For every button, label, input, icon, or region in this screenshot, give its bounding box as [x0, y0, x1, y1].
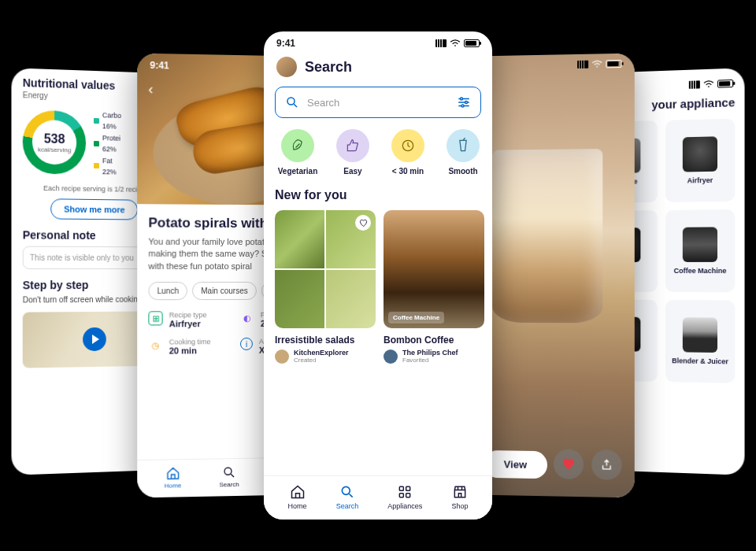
tab-search[interactable]: Search — [336, 484, 359, 510]
chip-smoothie[interactable]: Smooth — [440, 129, 486, 176]
screen-toggle-label: Don't turn off screen while cooking — [23, 295, 143, 305]
battery-icon — [717, 80, 733, 88]
tab-appliances[interactable]: Appliances — [387, 484, 422, 510]
svg-rect-12 — [406, 486, 410, 490]
chip-vegetarian[interactable]: Vegetarian — [275, 129, 321, 176]
coffee-image: Coffee Machine — [384, 210, 484, 328]
leaf-icon — [290, 138, 306, 153]
coffee-machine-icon — [683, 227, 717, 262]
latte-glass-image — [492, 149, 602, 323]
author-avatar — [275, 349, 289, 364]
show-more-button[interactable]: Show me more — [50, 199, 138, 220]
search-input[interactable]: Search — [275, 87, 481, 118]
tab-home[interactable]: Home — [288, 484, 307, 510]
calorie-donut-chart: 538 kcal/serving — [23, 110, 86, 175]
appliance-badge: Coffee Machine — [388, 312, 444, 324]
search-screen: 9:41 Search Search Vegetarian Easy < 30 … — [264, 31, 492, 520]
appliance-blender[interactable]: Blender & Juicer — [665, 300, 735, 383]
search-placeholder: Search — [307, 97, 449, 109]
appliance-airfryer[interactable]: Airfryer — [665, 118, 735, 202]
tab-shop[interactable]: Shop — [451, 484, 468, 510]
card-title: Bombon Coffee — [384, 335, 484, 346]
tag-lunch[interactable]: Lunch — [148, 282, 187, 300]
tab-bar: Home Search Appliances Shop — [264, 475, 492, 520]
kcal-unit: kcal/serving — [38, 146, 71, 153]
user-avatar[interactable] — [276, 57, 297, 77]
tag-main[interactable]: Main courses — [192, 282, 256, 300]
svg-rect-13 — [400, 494, 404, 497]
signal-icon — [435, 39, 447, 47]
svg-rect-14 — [406, 494, 410, 497]
blender-icon — [683, 317, 717, 353]
filter-icon[interactable] — [457, 95, 471, 109]
signal-icon — [577, 61, 588, 68]
section-heading: New for you — [264, 188, 492, 210]
chip-time[interactable]: < 30 min — [385, 129, 431, 176]
clock-icon — [400, 138, 416, 153]
signal-icon — [689, 80, 700, 89]
favorite-button[interactable] — [554, 449, 584, 479]
prep-icon: ◐ — [240, 311, 254, 325]
svg-rect-11 — [400, 486, 404, 490]
search-icon — [285, 95, 299, 109]
svg-point-6 — [461, 98, 463, 100]
favorite-icon[interactable] — [355, 215, 371, 231]
author-avatar — [384, 349, 398, 364]
svg-point-8 — [461, 105, 464, 107]
play-icon — [83, 327, 106, 351]
wifi-icon — [703, 80, 714, 89]
tab-search[interactable]: Search — [219, 465, 239, 488]
appliance-icon: ⊞ — [148, 311, 162, 325]
back-button[interactable]: ‹ — [148, 81, 153, 98]
card-title: Irresistible salads — [275, 335, 376, 346]
battery-icon — [464, 39, 480, 47]
thumbs-up-icon — [345, 138, 361, 153]
recipe-card-salads[interactable]: Irresistible salads KitchenExplorerCreat… — [275, 210, 376, 364]
tab-home[interactable]: Home — [165, 466, 182, 490]
info-icon: i — [240, 338, 253, 350]
salad-image — [275, 210, 376, 328]
kcal-value: 538 — [38, 131, 71, 146]
clock-icon: ◷ — [148, 338, 162, 353]
status-bar: 9:41 — [264, 31, 492, 52]
svg-point-0 — [224, 468, 232, 475]
appliance-coffee[interactable]: Coffee Machine — [665, 209, 735, 292]
view-button[interactable]: View — [484, 450, 547, 479]
wifi-icon — [450, 39, 461, 47]
battery-icon — [606, 60, 621, 68]
share-button[interactable] — [591, 449, 621, 480]
glass-icon — [455, 138, 471, 153]
macro-legend: Carbo16% Protei62% Fat22% — [94, 109, 121, 178]
svg-point-5 — [287, 98, 295, 105]
chip-easy[interactable]: Easy — [330, 129, 376, 176]
page-title: Search — [305, 59, 352, 76]
svg-point-10 — [342, 486, 350, 494]
airfryer-icon — [683, 136, 717, 172]
wifi-icon — [591, 60, 602, 68]
svg-point-7 — [465, 102, 468, 104]
recipe-card-coffee[interactable]: Coffee Machine Bombon Coffee The Philips… — [384, 210, 484, 364]
